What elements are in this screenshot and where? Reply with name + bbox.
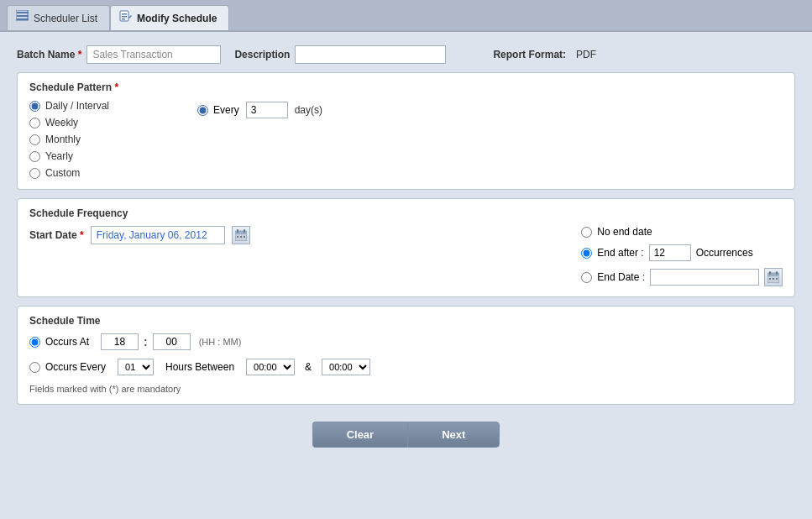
schedule-frequency-panel: Schedule Frequency Start Date * (17, 198, 795, 297)
no-end-date-row: No end date (581, 226, 783, 238)
svg-rect-21 (776, 278, 778, 280)
batch-name-label: Batch Name * (17, 49, 81, 60)
hours-between-label: Hours Between (165, 361, 234, 373)
radio-daily[interactable] (29, 101, 40, 112)
radio-occurs-at[interactable] (29, 337, 40, 348)
radio-custom[interactable] (29, 168, 40, 179)
start-date-label: Start Date * (29, 229, 84, 241)
time-separator: : (144, 335, 148, 349)
end-date-label: End Date : (597, 271, 645, 283)
radio-weekly[interactable] (29, 118, 40, 128)
svg-rect-20 (773, 278, 774, 280)
pattern-options: Daily / Interval Weekly Monthly Yearly C… (29, 100, 164, 179)
minute-input[interactable] (153, 333, 191, 350)
interval-options: Every day(s) (197, 102, 322, 118)
radio-monthly[interactable] (29, 134, 40, 145)
description-group: Description (234, 45, 446, 64)
occurs-at-label: Occurs At (45, 336, 89, 348)
description-label: Description (234, 49, 290, 60)
end-date-input[interactable] (650, 269, 759, 286)
option-weekly[interactable]: Weekly (29, 117, 164, 128)
radio-end-after[interactable] (581, 248, 592, 259)
schedule-pattern-title: Schedule Pattern * (29, 81, 783, 93)
radio-end-date[interactable] (581, 272, 592, 283)
radio-every[interactable] (197, 105, 208, 116)
tab-modify-schedule[interactable]: Modify Schedule (110, 5, 229, 30)
clear-button[interactable]: Clear (312, 422, 408, 448)
report-format-value: PDF (576, 49, 596, 60)
option-custom[interactable]: Custom (29, 167, 164, 179)
schedule-time-title: Schedule Time (29, 315, 783, 327)
description-input[interactable] (295, 45, 446, 64)
svg-rect-14 (244, 236, 245, 238)
main-content: Batch Name * Description Report Format: … (0, 32, 812, 519)
end-after-input[interactable] (649, 244, 691, 261)
occurs-every-label: Occurs Every (45, 361, 106, 373)
svg-rect-5 (122, 13, 127, 15)
option-daily[interactable]: Daily / Interval (29, 100, 164, 112)
interval-input[interactable] (246, 102, 288, 118)
radio-no-end-date[interactable] (581, 227, 592, 238)
schedule-frequency-title: Schedule Frequency (29, 207, 783, 219)
start-date-group: Start Date * (29, 226, 250, 244)
end-after-row: End after : Occurrences (581, 244, 783, 261)
option-weekly-label: Weekly (45, 117, 78, 128)
batch-name-input[interactable] (86, 45, 221, 64)
svg-rect-11 (244, 229, 245, 233)
option-monthly[interactable]: Monthly (29, 134, 164, 145)
list-icon (16, 10, 29, 26)
end-date-calendar-icon[interactable] (764, 268, 783, 286)
occurrences-label: Occurrences (696, 247, 753, 259)
every-label: Every (213, 104, 239, 116)
svg-rect-18 (776, 271, 778, 275)
header-row: Batch Name * Description Report Format: … (17, 45, 795, 64)
bottom-bar: Clear Next (17, 413, 795, 453)
report-format-label: Report Format: (493, 49, 566, 60)
end-after-label: End after : (597, 247, 643, 259)
svg-rect-0 (17, 12, 29, 13)
radio-yearly[interactable] (29, 151, 40, 162)
start-date-calendar-icon[interactable] (232, 226, 250, 244)
svg-rect-17 (769, 271, 771, 275)
tab-modify-schedule-label: Modify Schedule (137, 13, 217, 24)
freq-inner-wrap: Start Date * (29, 226, 783, 286)
occurs-every-row: Occurs Every 01 02 03 06 12 Hours Betwee… (29, 359, 783, 375)
svg-rect-6 (122, 16, 127, 18)
days-label: day(s) (295, 104, 322, 116)
option-monthly-label: Monthly (45, 134, 81, 145)
schedule-pattern-panel: Schedule Pattern * Daily / Interval Week… (17, 72, 795, 190)
svg-rect-12 (237, 236, 238, 238)
mandatory-note: Fields marked with (*) are mandatory (29, 384, 783, 394)
end-date-row: End Date : (581, 268, 783, 286)
option-custom-label: Custom (45, 167, 80, 179)
svg-rect-10 (237, 229, 238, 233)
batch-name-group: Batch Name * (17, 45, 221, 64)
between-start-select[interactable]: 00:00 00:15 00:30 01:00 (246, 359, 295, 375)
next-button[interactable]: Next (407, 422, 500, 448)
occurs-at-row: Occurs At : (HH : MM) (29, 333, 783, 350)
time-format: (HH : MM) (199, 337, 242, 347)
tab-bar: Scheduler List Modify Schedule (0, 0, 812, 32)
between-end-select[interactable]: 00:00 00:15 00:30 01:00 (322, 359, 370, 375)
hour-input[interactable] (101, 333, 139, 350)
report-format-group: Report Format: PDF (459, 49, 596, 60)
svg-rect-13 (240, 236, 242, 238)
edit-icon (119, 10, 133, 26)
no-end-date-label: No end date (597, 226, 652, 238)
tab-scheduler-list-label: Scheduler List (34, 13, 97, 24)
radio-occurs-every[interactable] (29, 362, 40, 373)
every-hours-select[interactable]: 01 02 03 06 12 (118, 359, 154, 375)
time-panel: Occurs At : (HH : MM) Occurs Every 01 02… (29, 333, 783, 375)
schedule-time-panel: Schedule Time Occurs At : (HH : MM) Occu… (17, 306, 795, 405)
svg-rect-1 (17, 15, 29, 17)
tab-scheduler-list[interactable]: Scheduler List (7, 5, 110, 30)
start-date-input[interactable] (91, 226, 225, 244)
and-label: & (305, 361, 312, 373)
svg-rect-7 (122, 18, 125, 20)
option-yearly-label: Yearly (45, 150, 73, 162)
option-yearly[interactable]: Yearly (29, 150, 164, 162)
option-daily-label: Daily / Interval (45, 100, 109, 112)
svg-rect-19 (769, 278, 771, 280)
every-radio-option[interactable]: Every (197, 104, 239, 116)
end-options: No end date End after : Occurrences End … (581, 226, 783, 286)
